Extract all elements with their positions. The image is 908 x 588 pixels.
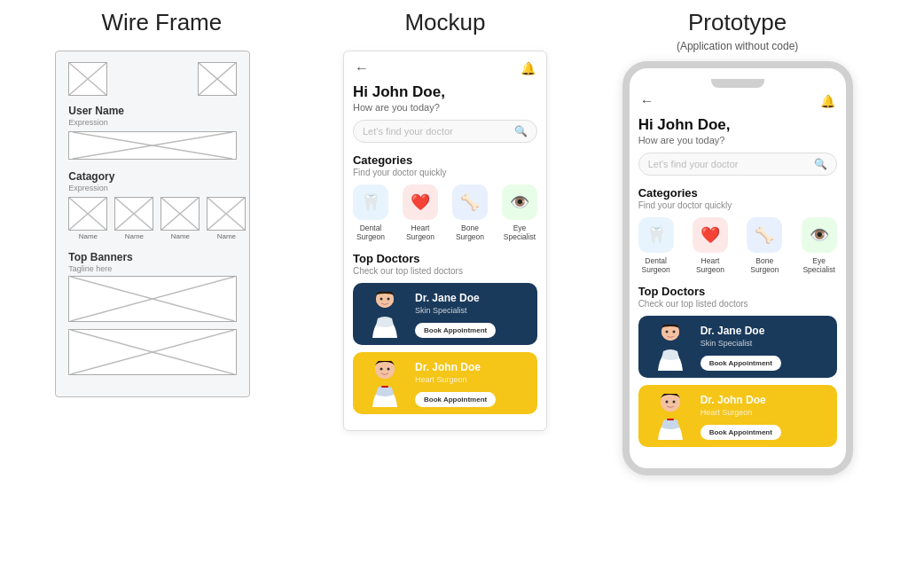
proto-greeting: Hi John Doe, xyxy=(638,116,837,134)
heart-icon: ❤️ xyxy=(411,192,430,212)
wf-image-placeholder-2 xyxy=(198,62,237,96)
proto-doctor-specialty-2: Heart Surgeon xyxy=(701,408,828,417)
mockup-heart-icon-box: ❤️ xyxy=(403,184,438,220)
mockup-bone-label: BoneSurgeon xyxy=(456,223,484,241)
mockup-doctor-name-2: Dr. John Doe xyxy=(415,361,528,373)
mockup-doctor-card-1: Dr. Jane Doe Skin Specialist Book Appoin… xyxy=(353,283,537,345)
svg-point-25 xyxy=(387,368,389,371)
wf-cat-box-2 xyxy=(114,197,153,231)
wf-category-section: Catagory Expression Name Name xyxy=(68,170,237,240)
mockup-search-bar[interactable]: Let's find your doctor 🔍 xyxy=(353,120,537,143)
mockup-back-button[interactable]: ← xyxy=(355,60,369,76)
prototype-subtitle: (Application without code) xyxy=(622,40,853,52)
mockup-cat-bone[interactable]: 🦴 BoneSurgeon xyxy=(452,184,488,241)
mockup-categories-sub: Find your doctor quickly xyxy=(353,168,537,177)
proto-book-btn-1[interactable]: Book Appointment xyxy=(701,356,781,371)
mockup-doctor-info-2: Dr. John Doe Heart Surgeon Book Appointm… xyxy=(415,361,528,407)
proto-categories-sub: Find your doctor quickly xyxy=(638,200,837,210)
proto-doctor-info-2: Dr. John Doe Heart Surgeon Book Appointm… xyxy=(701,394,828,440)
proto-cat-heart[interactable]: ❤️ HeartSurgeon xyxy=(693,217,728,274)
mockup-eye-icon-box: 👁️ xyxy=(502,184,537,220)
prototype-phone-frame: ← 🔔 Hi John Doe, How are you today? Let'… xyxy=(622,61,853,475)
mockup-heart-label: HeartSurgeon xyxy=(406,223,434,241)
wf-user-section: User Name Expression xyxy=(68,105,237,160)
eye-icon: 👁️ xyxy=(510,192,529,212)
svg-point-19 xyxy=(376,292,394,308)
mockup-bell-icon: 🔔 xyxy=(521,61,536,75)
proto-doctors-title: Top Doctors xyxy=(638,285,837,298)
proto-eye-icon: 👁️ xyxy=(810,225,829,245)
svg-rect-26 xyxy=(381,386,388,388)
svg-point-24 xyxy=(380,368,382,371)
mockup-book-btn-1[interactable]: Book Appointment xyxy=(415,323,496,338)
mockup-greeting: Hi John Doe, xyxy=(353,83,537,101)
mockup-doctor-specialty-2: Heart Surgeon xyxy=(415,375,528,384)
wireframe-frame: User Name Expression Catagory Expression… xyxy=(55,51,250,397)
mockup-cat-dental[interactable]: 🦷 DentalSurgeon xyxy=(353,184,388,241)
wf-cat-name-4: Name xyxy=(217,232,236,240)
mockup-cat-eye[interactable]: 👁️ EyeSpecialist xyxy=(502,184,537,241)
proto-bone-label: BoneSurgeon xyxy=(750,256,779,274)
mockup-doctor-specialty-1: Skin Specialist xyxy=(415,306,528,315)
mockup-doctor-name-1: Dr. Jane Doe xyxy=(415,292,528,304)
wf-user-label: User Name xyxy=(68,105,237,117)
svg-point-29 xyxy=(665,331,668,333)
svg-point-33 xyxy=(665,401,668,404)
proto-search-placeholder: Let's find your doctor xyxy=(648,159,814,169)
prototype-title: Prototype xyxy=(622,9,853,36)
wf-banners-section: Top Banners Tagline here xyxy=(68,251,237,375)
wf-banner-1 xyxy=(68,276,237,322)
wf-cat-item-4: Name xyxy=(207,197,246,240)
mockup-column: Mockup ← 🔔 Hi John Doe, How are you toda… xyxy=(343,9,547,431)
wf-banners-label: Top Banners xyxy=(68,251,237,263)
wf-cat-box-3 xyxy=(160,197,200,231)
mockup-categories-title: Categories xyxy=(353,153,537,167)
proto-doctor-avatar-1 xyxy=(647,325,693,371)
mockup-book-btn-2[interactable]: Book Appointment xyxy=(415,392,496,407)
proto-cat-eye[interactable]: 👁️ EyeSpecialist xyxy=(802,217,837,274)
mockup-doctor-card-2: Dr. John Doe Heart Surgeon Book Appointm… xyxy=(353,352,537,414)
mockup-doctor-avatar-1 xyxy=(362,292,408,338)
proto-heart-label: HeartSurgeon xyxy=(696,256,724,274)
proto-heart-icon: ❤️ xyxy=(701,225,720,245)
svg-point-32 xyxy=(661,394,680,412)
proto-notch xyxy=(711,79,764,88)
main-container: Wire Frame User Name Expression xyxy=(0,0,908,493)
proto-search-bar[interactable]: Let's find your doctor 🔍 xyxy=(638,153,837,176)
svg-point-30 xyxy=(672,331,675,333)
wf-cat-box-1 xyxy=(68,197,107,231)
proto-bone-icon: 🦴 xyxy=(755,225,774,245)
wf-user-input xyxy=(68,131,237,160)
mockup-search-icon: 🔍 xyxy=(514,125,528,137)
proto-dental-icon-box: 🦷 xyxy=(638,217,674,253)
wireframe-title: Wire Frame xyxy=(55,9,268,36)
proto-dental-label: DentalSurgeon xyxy=(642,256,670,274)
bone-icon: 🦴 xyxy=(460,192,480,212)
mockup-eye-label: EyeSpecialist xyxy=(504,223,536,241)
proto-subgreeting: How are you today? xyxy=(638,135,837,145)
proto-back-button[interactable]: ← xyxy=(640,93,654,109)
mockup-subgreeting: How are you today? xyxy=(353,102,537,113)
mockup-dental-icon-box: 🦷 xyxy=(353,184,388,220)
proto-doctor-name-2: Dr. John Doe xyxy=(701,394,828,406)
proto-doctor-card-2: Dr. John Doe Heart Surgeon Book Appointm… xyxy=(638,385,837,447)
mockup-phone-frame: ← 🔔 Hi John Doe, How are you today? Let'… xyxy=(343,51,547,431)
proto-categories-row: 🦷 DentalSurgeon ❤️ HeartSurgeon 🦴 BoneSu… xyxy=(638,217,837,274)
svg-point-21 xyxy=(387,298,389,301)
wf-cat-name-3: Name xyxy=(171,232,190,240)
wf-cat-box-4 xyxy=(207,197,246,231)
proto-bone-icon-box: 🦴 xyxy=(747,217,782,253)
wf-banners-tagline: Tagline here xyxy=(68,264,237,273)
wf-cat-sublabel: Expression xyxy=(68,184,237,192)
mockup-title: Mockup xyxy=(343,9,547,36)
svg-point-34 xyxy=(672,401,675,404)
prototype-column: Prototype (Application without code) ← 🔔… xyxy=(622,9,853,475)
mockup-header: ← 🔔 xyxy=(353,60,537,76)
proto-book-btn-2[interactable]: Book Appointment xyxy=(701,425,781,440)
wf-cat-label: Catagory xyxy=(68,170,237,183)
proto-bell-icon: 🔔 xyxy=(820,94,835,108)
wf-cat-name-2: Name xyxy=(125,232,144,240)
proto-cat-bone[interactable]: 🦴 BoneSurgeon xyxy=(747,217,782,274)
proto-cat-dental[interactable]: 🦷 DentalSurgeon xyxy=(638,217,674,274)
mockup-cat-heart[interactable]: ❤️ HeartSurgeon xyxy=(403,184,438,241)
